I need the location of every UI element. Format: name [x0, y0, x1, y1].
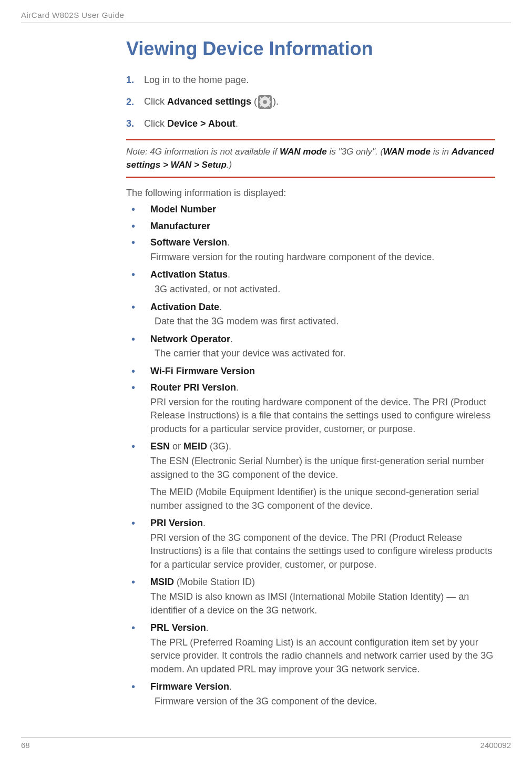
step-text-post: .: [236, 118, 238, 129]
step-number: 3.: [126, 118, 144, 129]
term: Wi-Fi Firmware Version: [150, 366, 255, 376]
list-item: Activation Status. 3G activated, or not …: [126, 268, 495, 296]
term: ESN: [150, 441, 170, 452]
note-text: Note: 4G information is not available if…: [126, 146, 495, 171]
step-text-bold: Device > About: [167, 118, 236, 129]
step-text-post: (: [251, 96, 257, 107]
step-2: 2. Click Advanced settings ().: [126, 95, 495, 109]
description: 3G activated, or not activated.: [150, 283, 495, 296]
description: The carrier that your device was activat…: [150, 347, 495, 361]
note-bold-1: WAN mode: [280, 147, 327, 157]
note-rule-top: [126, 139, 495, 140]
svg-point-1: [263, 100, 267, 104]
suffix: .: [228, 269, 230, 280]
step-3: 3. Click Device > About.: [126, 118, 495, 129]
suffix: .: [230, 334, 233, 344]
suffix: .: [227, 237, 230, 248]
description: Firmware version for the routing hardwar…: [150, 251, 495, 264]
list-item: Software Version. Firmware version for t…: [126, 236, 495, 264]
term: Network Operator: [150, 334, 230, 344]
note-tail: .): [227, 160, 232, 170]
list-item: MSID (Mobile Station ID) The MSID is als…: [126, 576, 495, 617]
footer-rule: [21, 737, 511, 737]
list-item: PRL Version. The PRL (Preferred Roaming …: [126, 621, 495, 676]
content-area: Viewing Device Information 1. Log in to …: [126, 38, 495, 708]
gear-icon: [258, 95, 272, 109]
step-text-pre: Click: [144, 118, 167, 129]
term: Activation Status: [150, 269, 228, 280]
list-item: Activation Date. Date that the 3G modem …: [126, 301, 495, 329]
suffix: .: [219, 302, 222, 312]
suffix: .: [203, 518, 206, 528]
description-2: The MEID (Mobile Equipment Identifier) i…: [150, 486, 495, 513]
step-body: Click Advanced settings ().: [144, 95, 495, 109]
term: Firmware Version: [150, 681, 229, 692]
note-bold-2: WAN mode: [383, 147, 431, 157]
page-number: 68: [21, 741, 30, 750]
svg-rect-5: [269, 101, 271, 103]
description: PRI version for the routing hardware com…: [150, 396, 495, 436]
term: Software Version: [150, 237, 227, 248]
list-item: PRI Version. PRI version of the 3G compo…: [126, 517, 495, 571]
svg-rect-3: [264, 106, 265, 108]
note-mid: is "3G only". (: [327, 147, 384, 157]
description: PRI version of the 3G component of the d…: [150, 531, 495, 572]
term: Activation Date: [150, 302, 219, 312]
header-rule: [21, 23, 511, 23]
svg-rect-4: [259, 101, 261, 103]
term: Manufacturer: [150, 221, 210, 231]
term: PRI Version: [150, 518, 203, 528]
term: Router PRI Version: [150, 382, 236, 393]
list-item: ESN or MEID (3G). The ESN (Electronic Se…: [126, 440, 495, 513]
note-lead: Note: 4G information is not available if: [126, 147, 280, 157]
suffix: (3G).: [207, 441, 231, 452]
svg-rect-2: [264, 96, 265, 98]
step-number: 2.: [126, 97, 144, 108]
step-number: 1.: [126, 75, 144, 86]
list-item: Manufacturer: [126, 220, 495, 233]
description: Firmware version of the 3G component of …: [150, 695, 495, 709]
list-item: Wi-Fi Firmware Version: [126, 365, 495, 378]
term2: MEID: [183, 441, 207, 452]
term: PRL Version: [150, 622, 206, 633]
step-text-tail: ).: [273, 96, 279, 107]
steps-list: 1. Log in to the home page. 2. Click Adv…: [126, 75, 495, 129]
doc-number: 2400092: [480, 741, 511, 750]
page-title: Viewing Device Information: [126, 38, 495, 60]
info-list: Model Number Manufacturer Software Versi…: [126, 203, 495, 708]
step-body: Log in to the home page.: [144, 75, 495, 86]
term: Model Number: [150, 204, 216, 214]
step-text-pre: Click: [144, 96, 167, 107]
note-mid2: is in: [431, 147, 452, 157]
list-item: Firmware Version. Firmware version of th…: [126, 680, 495, 708]
description: The ESN (Electronic Serial Number) is th…: [150, 455, 495, 482]
term: MSID: [150, 577, 174, 587]
note-rule-bottom: [126, 177, 495, 178]
suffix: (Mobile Station ID): [174, 577, 255, 587]
description: Date that the 3G modem was first activat…: [150, 315, 495, 329]
step-1: 1. Log in to the home page.: [126, 75, 495, 86]
list-item: Network Operator. The carrier that your …: [126, 333, 495, 361]
description: The MSID is also known as IMSI (Internat…: [150, 590, 495, 617]
suffix: .: [206, 622, 209, 633]
suffix: .: [229, 681, 232, 692]
description: The PRL (Preferred Roaming List) is an a…: [150, 636, 495, 677]
intro-text: The following information is displayed:: [126, 188, 495, 199]
list-item: Model Number: [126, 203, 495, 217]
list-item: Router PRI Version. PRI version for the …: [126, 381, 495, 436]
mid: or: [170, 441, 183, 452]
step-body: Click Device > About.: [144, 118, 495, 129]
suffix: .: [236, 382, 239, 393]
page-footer: 68 2400092: [21, 737, 511, 750]
step-text-bold: Advanced settings: [167, 96, 251, 107]
running-header: AirCard W802S User Guide: [21, 11, 511, 19]
